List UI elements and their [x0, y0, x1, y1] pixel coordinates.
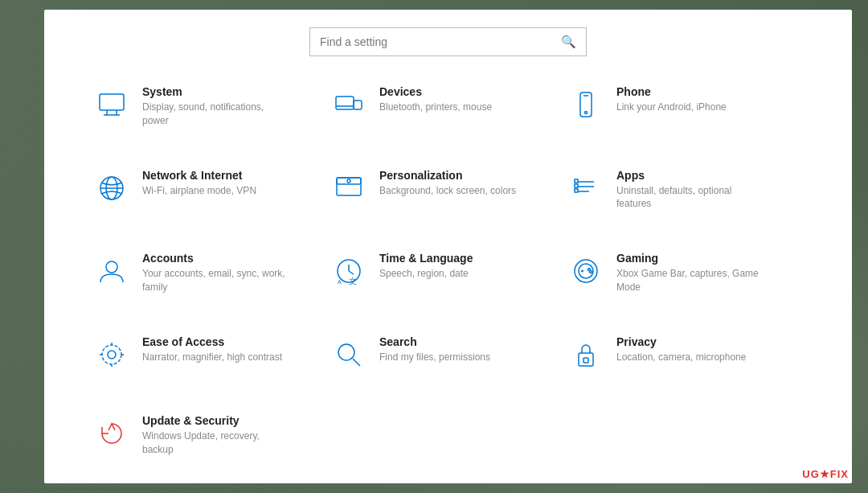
setting-item-ease[interactable]: Ease of Access Narrator, magnifier, high…: [92, 321, 330, 401]
search-bar[interactable]: 🔍: [309, 27, 587, 56]
accounts-icon: [92, 252, 131, 290]
accounts-text: Accounts Your accounts, email, sync, wor…: [142, 252, 287, 294]
svg-point-22: [106, 261, 117, 273]
svg-line-41: [353, 359, 360, 366]
main-panel: 🔍 System Display, sound, notifications, …: [44, 10, 852, 483]
ease-text: Ease of Access Narrator, magnifier, high…: [142, 335, 282, 364]
svg-point-15: [347, 179, 350, 183]
svg-rect-14: [337, 178, 361, 184]
watermark: UG★FIX: [802, 468, 849, 480]
time-desc: Speech, region, date: [379, 267, 473, 281]
svg-line-25: [349, 271, 354, 274]
search-title: Search: [379, 335, 490, 348]
time-icon: A文: [330, 252, 368, 290]
devices-desc: Bluetooth, printers, mouse: [379, 101, 492, 114]
setting-item-privacy[interactable]: Privacy Location, camera, microphone: [567, 321, 804, 401]
devices-icon: [330, 85, 368, 124]
phone-title: Phone: [616, 85, 727, 98]
personalization-text: Personalization Background, lock screen,…: [379, 169, 516, 198]
setting-item-system[interactable]: System Display, sound, notifications, po…: [92, 71, 330, 154]
phone-text: Phone Link your Android, iPhone: [616, 85, 727, 114]
phone-desc: Link your Android, iPhone: [616, 101, 727, 114]
setting-item-gaming[interactable]: Gaming Xbox Game Bar, captures, Game Mod…: [567, 237, 804, 321]
update-desc: Windows Update, recovery, backup: [142, 429, 287, 457]
setting-item-time[interactable]: A文 Time & Language Speech, region, date: [330, 237, 567, 321]
setting-item-accounts[interactable]: Accounts Your accounts, email, sync, wor…: [92, 237, 330, 321]
setting-item-search[interactable]: Search Find my files, permissions: [330, 321, 567, 401]
setting-item-network[interactable]: Network & Internet Wi-Fi, airplane mode,…: [92, 154, 330, 238]
svg-rect-21: [575, 189, 578, 192]
setting-item-apps[interactable]: Apps Uninstall, defaults, optional featu…: [567, 154, 804, 238]
network-text: Network & Internet Wi-Fi, airplane mode,…: [142, 169, 256, 198]
ease-desc: Narrator, magnifier, high contrast: [142, 351, 282, 364]
gaming-icon: [567, 252, 605, 290]
svg-point-8: [585, 112, 588, 114]
search-bar-wrapper: 🔍: [44, 10, 852, 71]
accounts-desc: Your accounts, email, sync, work, family: [142, 267, 287, 294]
search-desc: Find my files, permissions: [379, 351, 490, 364]
gaming-desc: Xbox Game Bar, captures, Game Mode: [616, 267, 761, 294]
personalization-icon: [330, 169, 368, 207]
apps-desc: Uninstall, defaults, optional features: [616, 184, 761, 212]
privacy-icon: [567, 335, 605, 374]
search-input[interactable]: [320, 35, 561, 48]
svg-rect-5: [354, 101, 362, 109]
svg-point-33: [590, 271, 592, 273]
settings-grid: System Display, sound, notifications, po…: [44, 71, 852, 483]
gaming-text: Gaming Xbox Game Bar, captures, Game Mod…: [616, 252, 761, 294]
svg-rect-13: [337, 178, 361, 195]
svg-rect-4: [336, 97, 354, 109]
privacy-desc: Location, camera, microphone: [616, 351, 746, 364]
system-desc: Display, sound, notifications, power: [142, 101, 287, 128]
apps-text: Apps Uninstall, defaults, optional featu…: [616, 169, 761, 212]
svg-point-35: [108, 351, 116, 359]
search-icon: [330, 335, 368, 374]
personalization-title: Personalization: [379, 169, 516, 182]
setting-item-phone[interactable]: Phone Link your Android, iPhone: [567, 71, 804, 154]
ease-title: Ease of Access: [142, 335, 282, 348]
privacy-text: Privacy Location, camera, microphone: [616, 335, 746, 364]
accounts-title: Accounts: [142, 252, 287, 265]
apps-icon: [567, 169, 605, 207]
setting-item-personalization[interactable]: Personalization Background, lock screen,…: [330, 154, 567, 238]
svg-rect-42: [579, 353, 593, 366]
update-text: Update & Security Windows Update, recove…: [142, 414, 287, 457]
devices-text: Devices Bluetooth, printers, mouse: [379, 85, 492, 114]
setting-item-devices[interactable]: Devices Bluetooth, printers, mouse: [330, 71, 567, 154]
svg-rect-20: [575, 184, 578, 187]
svg-rect-0: [100, 94, 124, 110]
time-title: Time & Language: [379, 252, 473, 265]
system-icon: [92, 85, 131, 124]
system-text: System Display, sound, notifications, po…: [142, 85, 287, 128]
watermark-text2: FIX: [830, 468, 849, 480]
network-desc: Wi-Fi, airplane mode, VPN: [142, 184, 256, 198]
search-text: Search Find my files, permissions: [379, 335, 490, 364]
svg-text:A: A: [338, 279, 342, 285]
personalization-desc: Background, lock screen, colors: [379, 184, 516, 198]
watermark-text1: UG: [802, 468, 820, 480]
svg-text:文: 文: [349, 277, 357, 286]
setting-item-update[interactable]: Update & Security Windows Update, recove…: [92, 400, 330, 483]
privacy-title: Privacy: [616, 335, 746, 348]
devices-title: Devices: [379, 85, 492, 98]
system-title: System: [142, 85, 287, 98]
svg-rect-19: [575, 179, 578, 183]
network-icon: [92, 169, 131, 207]
svg-point-28: [575, 260, 597, 282]
svg-rect-43: [583, 358, 588, 363]
update-title: Update & Security: [142, 414, 287, 427]
search-icon: 🔍: [561, 35, 576, 49]
svg-point-40: [338, 344, 354, 360]
gaming-title: Gaming: [616, 252, 761, 265]
svg-point-34: [102, 345, 121, 364]
apps-title: Apps: [616, 169, 761, 182]
update-icon: [92, 414, 131, 453]
time-text: Time & Language Speech, region, date: [379, 252, 473, 281]
phone-icon: [567, 85, 605, 124]
watermark-star: ★: [820, 468, 830, 480]
ease-icon: [92, 335, 131, 374]
network-title: Network & Internet: [142, 169, 256, 182]
